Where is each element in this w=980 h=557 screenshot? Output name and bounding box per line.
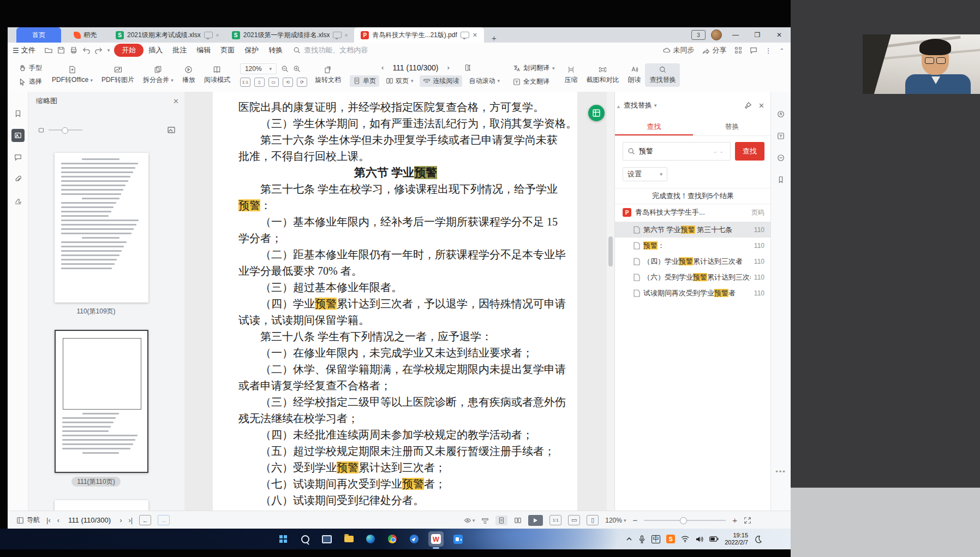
fit-width-button[interactable]: ▭ [268, 78, 279, 87]
menu-edit[interactable]: 编辑 [192, 45, 216, 55]
fit-page-button[interactable]: ▭ [568, 515, 580, 525]
scrollbar-thumb[interactable] [608, 236, 613, 266]
pin-icon[interactable] [744, 102, 752, 109]
window-count-badge[interactable]: 3 [691, 30, 706, 40]
fit-height-button[interactable]: ▯ [254, 78, 265, 87]
page-thumbnail-111-selected[interactable] [55, 330, 148, 473]
play-button[interactable]: 播放 [178, 63, 200, 87]
close-button[interactable]: ✕ [771, 28, 787, 42]
select-tool-button[interactable]: 选择 [16, 76, 44, 87]
play-mode-button[interactable] [528, 515, 543, 526]
taskbar-icon-task[interactable] [319, 531, 334, 547]
first-page-icon[interactable]: |‹ [46, 516, 51, 524]
translate-side-icon[interactable] [777, 132, 785, 140]
find-input[interactable]: 预警 ⌄⌄ [623, 142, 731, 161]
word-translate-button[interactable]: 划词翻译▾ [511, 63, 557, 73]
taskbar-icon-meet[interactable] [450, 531, 465, 547]
taskbar-icon-chrome[interactable] [385, 531, 400, 547]
night-mode-moon-icon[interactable] [754, 535, 762, 543]
navigation-toggle[interactable]: 导航 [16, 515, 40, 525]
chat-icon[interactable] [750, 46, 757, 54]
share-button[interactable]: 分享 [702, 45, 727, 55]
zoom-select[interactable]: 120%▾ [240, 63, 277, 74]
ribbon-page-indicator[interactable]: 111 (110/300) [392, 63, 438, 72]
zoom-slider-knob[interactable] [680, 517, 687, 524]
ime-indicator[interactable]: 中 [652, 535, 660, 543]
slider-knob[interactable] [62, 127, 68, 134]
read-mode-button[interactable]: 阅读模式 [200, 63, 235, 87]
last-page-icon[interactable]: ›| [128, 516, 133, 524]
find-result-row[interactable]: 试读期间再次受到学业预警者110 [615, 285, 771, 301]
file-menu[interactable]: ☰文件 [8, 45, 40, 55]
find-replace-button[interactable]: 查找替换 [645, 63, 680, 87]
find-settings-dropdown[interactable]: 设置 ▾ [623, 167, 667, 181]
comment-list-icon[interactable] [11, 151, 25, 164]
tab-docer[interactable]: 稻壳 [61, 27, 109, 43]
find-button[interactable]: 查找 [735, 142, 764, 161]
bookmark-icon[interactable] [11, 107, 25, 120]
ruler-icon[interactable] [777, 154, 785, 162]
signature-icon[interactable] [11, 194, 25, 208]
menu-start[interactable]: 开始 [114, 44, 144, 57]
open-folder-icon[interactable] [45, 46, 52, 54]
actual-size-button[interactable]: 1:1 [549, 515, 561, 525]
volume-icon[interactable] [695, 536, 703, 543]
account-avatar[interactable] [711, 29, 722, 40]
tab-xlsx-2[interactable]: S2021级第一学期成绩排名.xlsx [225, 27, 355, 43]
thumbnail-view-icon[interactable] [11, 129, 25, 142]
taskbar-icon-start[interactable] [276, 531, 291, 547]
tab-find[interactable]: 查找 [615, 119, 693, 135]
taskbar-icon-wps[interactable]: W [428, 531, 444, 547]
single-page-button[interactable]: 单页 [350, 75, 379, 87]
tab-pdf-active[interactable]: P青岛科技大学学生...21版).pdf✕ [354, 27, 484, 43]
taskbar-icon-edge[interactable] [363, 531, 378, 547]
double-page-view-icon[interactable] [514, 517, 522, 524]
extract-table-float-button[interactable] [588, 105, 605, 121]
find-result-document-row[interactable]: P 青岛科技大学学生手... 页码 [623, 208, 764, 217]
tab-replace[interactable]: 替换 [693, 119, 771, 135]
read-aloud-button[interactable]: 朗读 [623, 63, 645, 87]
tab-home[interactable]: 首页 [16, 27, 61, 43]
eye-protect-button[interactable]: ▾ [464, 517, 475, 524]
hand-tool-button[interactable]: 手型 [16, 63, 44, 73]
panel-close-icon[interactable]: ✕ [758, 102, 764, 110]
assistant-icon[interactable] [777, 110, 785, 118]
rotate-right-icon[interactable]: ⟳ [297, 78, 307, 87]
find-result-row[interactable]: 第六节 学业预警 第三十七条110 [615, 222, 771, 238]
chevron-down-icon[interactable]: ▾ [107, 48, 110, 53]
actual-size-button[interactable]: 1:1 [240, 78, 250, 87]
more-menu-icon[interactable]: ⋮ [765, 46, 772, 55]
prev-page-icon[interactable]: ‹ [57, 516, 59, 524]
page-thumbnail-next-partial[interactable] [55, 500, 148, 511]
prev-page-icon[interactable]: ‹ [381, 63, 384, 72]
scrollbar-icon[interactable] [464, 64, 471, 72]
minimize-button[interactable]: — [727, 28, 744, 42]
slider-track[interactable] [49, 129, 82, 131]
compress-button[interactable]: 压缩 [560, 63, 582, 87]
taskbar-icon-search[interactable] [297, 531, 313, 547]
page-thumbnail-110[interactable] [55, 153, 148, 303]
webcam-video-tile[interactable] [863, 34, 980, 94]
chevron-down-icon[interactable]: ▾ [654, 103, 657, 108]
pdf-to-image-button[interactable]: PDF转图片 [97, 63, 139, 87]
panel-collapse-icon[interactable]: ▲ [616, 104, 621, 109]
full-translate-button[interactable]: 全文翻译 [511, 76, 557, 87]
zoom-out-button[interactable]: − [632, 515, 637, 525]
zoom-slider[interactable] [644, 520, 726, 521]
status-page-indicator[interactable]: 111 (110/300) [66, 516, 113, 524]
maximize-button[interactable]: ❐ [749, 28, 766, 42]
find-history-chevrons[interactable]: ⌄⌄ [713, 149, 726, 154]
continuous-view-icon[interactable] [481, 517, 489, 524]
menu-convert[interactable]: 转换 [264, 45, 288, 55]
split-merge-button[interactable]: 拆分合并 ▾ [139, 63, 178, 87]
fit-width-button[interactable]: ▯ [587, 515, 599, 525]
wifi-icon[interactable] [681, 536, 689, 542]
tray-app-icon[interactable]: S [666, 535, 675, 543]
save-icon[interactable] [57, 46, 65, 54]
zoom-in-button[interactable]: + [732, 515, 737, 525]
zoom-percent-button[interactable]: 120%▾ [605, 517, 626, 524]
tab-xlsx-1[interactable]: S2021级期末考试成绩.xlsx [109, 27, 225, 43]
thumbnail-size-slider[interactable] [38, 126, 176, 134]
document-viewport[interactable]: 医院出具的康复证明，并经学校指定医院复查合格，方可复学。（三）学生休学期间，如有… [184, 92, 607, 511]
zoom-out-icon[interactable] [281, 65, 289, 73]
